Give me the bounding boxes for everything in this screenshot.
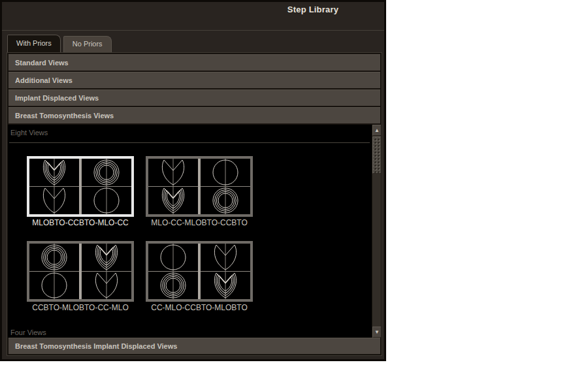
layout-thumbnail-label: MLO-CC-MLOBTO-CCBTO [146, 218, 253, 227]
layout-thumbnail-mlobto-ccbto-mlo-cc[interactable] [27, 156, 134, 217]
mlobto-view-icon [82, 244, 131, 271]
cc-view-icon [201, 159, 250, 186]
group-separator [9, 142, 370, 143]
accordion-section-breast-tomosynthesis-views[interactable]: Breast Tomosynthesis Views [8, 107, 380, 124]
group-label-four-views: Four Views [10, 329, 46, 336]
layout-thumbnail-mlo-cc-mlobto-ccbto[interactable] [146, 156, 253, 217]
tomosynthesis-views-content: Eight Views MLOBTO-CCBTO-MLO-CCMLO-CC-ML… [8, 125, 381, 338]
title-divider [2, 30, 384, 31]
accordion-section-additional-views[interactable]: Additional Views [8, 72, 380, 89]
arrow-down-icon: ▼ [374, 329, 380, 335]
cc-view-icon [82, 187, 131, 214]
scroll-down-button[interactable]: ▼ [372, 327, 381, 338]
step-library-panel: Step Library With Priors No Priors Stand… [0, 0, 386, 361]
mlo-view-icon [148, 159, 198, 186]
layout-thumbnail-ccbto-mlobto-cc-mlo[interactable] [27, 241, 134, 302]
arrow-up-icon: ▲ [374, 127, 380, 133]
scroll-up-button[interactable]: ▲ [372, 125, 381, 136]
accordion-section-implant-displaced-views[interactable]: Implant Displaced Views [8, 89, 380, 106]
ccbto-view-icon [29, 244, 79, 271]
tab-with-priors[interactable]: With Priors [7, 35, 61, 52]
accordion-section-breast-tomo-implant-displaced-views[interactable]: Breast Tomosynthesis Implant Displaced V… [8, 338, 380, 355]
thumbnail-grid [148, 244, 250, 299]
mlobto-view-icon [148, 187, 198, 214]
scrollbar-thumb[interactable] [372, 136, 381, 174]
thumbnail-grid [148, 159, 250, 214]
thumbnail-grid [29, 159, 131, 214]
group-label-eight-views: Eight Views [10, 129, 48, 136]
layout-thumbnail-label: CCBTO-MLOBTO-CC-MLO [27, 303, 134, 312]
panel-title: Step Library [248, 5, 378, 14]
ccbto-view-icon [201, 187, 250, 214]
mlo-view-icon [201, 244, 250, 271]
tab-no-priors[interactable]: No Priors [63, 36, 112, 52]
layout-thumbnail-label: MLOBTO-CCBTO-MLO-CC [27, 218, 134, 227]
ccbto-view-icon [82, 159, 131, 186]
mlo-view-icon [82, 272, 131, 299]
mlo-view-icon [29, 187, 79, 214]
ccbto-view-icon [148, 272, 198, 299]
tab-strip: With Priors No Priors [7, 35, 112, 52]
thumbnail-grid [29, 244, 131, 299]
mlobto-view-icon [29, 159, 79, 186]
vertical-scrollbar[interactable]: ▲ ▼ [372, 125, 381, 338]
cc-view-icon [29, 272, 79, 299]
mlobto-view-icon [201, 272, 250, 299]
layout-thumbnail-cc-mlo-ccbto-mlobto[interactable] [146, 241, 253, 302]
accordion-section-standard-views[interactable]: Standard Views [8, 54, 380, 71]
layout-thumbnail-label: CC-MLO-CCBTO-MLOBTO [146, 303, 253, 312]
cc-view-icon [148, 244, 198, 271]
accordion-pane: Standard Views Additional Views Implant … [7, 52, 382, 356]
